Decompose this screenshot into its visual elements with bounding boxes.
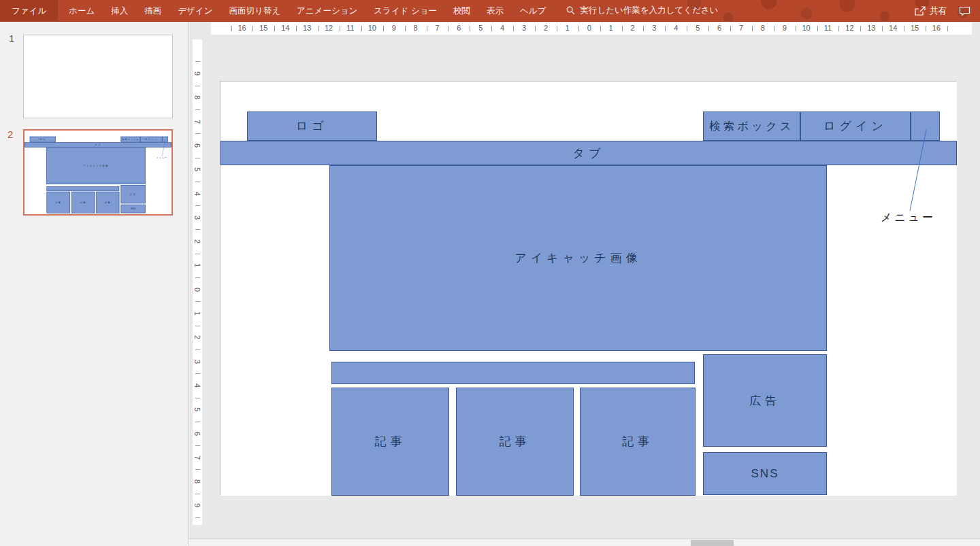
article-box[interactable]: 記事 bbox=[580, 388, 696, 496]
mini-sns-box: SNS bbox=[121, 205, 146, 214]
mini-login-box: ログイン bbox=[140, 137, 162, 143]
mini-menu-callout-label: メニュー bbox=[157, 156, 170, 159]
tabbar-box[interactable]: タブ bbox=[220, 141, 957, 165]
mini-tabbar-box: タブ bbox=[24, 142, 172, 147]
tab-view[interactable]: 表示 bbox=[478, 0, 512, 22]
article-label: 記事 bbox=[622, 434, 653, 449]
tab-insert[interactable]: 挿入 bbox=[103, 0, 136, 22]
searchbox-label: 検索ボックス bbox=[709, 119, 794, 134]
article-label: 記事 bbox=[500, 434, 531, 449]
article-box[interactable]: 記事 bbox=[331, 388, 449, 496]
mini-article-box: 記事 bbox=[71, 192, 95, 214]
share-icon bbox=[915, 6, 926, 16]
tab-review[interactable]: 校閲 bbox=[445, 0, 478, 22]
mini-article-label: 記事 bbox=[105, 201, 111, 204]
tab-help[interactable]: ヘルプ bbox=[512, 0, 554, 22]
horizontal-scrollbar[interactable] bbox=[189, 539, 980, 546]
logo-label: ロゴ bbox=[296, 118, 328, 134]
tab-draw[interactable]: 描画 bbox=[136, 0, 169, 22]
mini-login-label: ログイン bbox=[145, 138, 158, 141]
vertical-ruler[interactable]: 9876543210123456789 bbox=[193, 39, 202, 525]
ad-box[interactable]: 広告 bbox=[703, 354, 827, 447]
mini-logo-label: ロゴ bbox=[39, 138, 46, 141]
tab-design[interactable]: デザイン bbox=[169, 0, 220, 22]
slide-2-number: 2 bbox=[7, 129, 13, 140]
mini-eyecatch-box: アイキャッチ画像 bbox=[46, 148, 146, 184]
comments-button[interactable] bbox=[959, 6, 970, 16]
menu-icon-box[interactable] bbox=[911, 112, 940, 141]
mini-headline-bar bbox=[47, 186, 120, 191]
searchbox-box[interactable]: 検索ボックス bbox=[703, 112, 800, 141]
slide-1-number: 1 bbox=[9, 33, 14, 44]
mini-sns-label: SNS bbox=[131, 207, 136, 210]
slide-wireframe: ロゴ 検索ボックス ログイン タブ アイキャッチ画像 記事 記事 記事 広告 S… bbox=[220, 82, 957, 496]
title-bar: ファイル ホーム 挿入 描画 デザイン 画面切り替え アニメーション スライド … bbox=[0, 0, 980, 22]
tabbar-label: タブ bbox=[573, 146, 605, 161]
login-box[interactable]: ログイン bbox=[800, 112, 911, 141]
slide-thumbnail-panel: 1 2 ロゴ 検索ボックス ログイン タブ アイキャッチ画像 記事 記事 記事 … bbox=[0, 22, 189, 546]
mini-eyecatch-label: アイキャッチ画像 bbox=[83, 165, 108, 168]
tell-me-search[interactable]: 実行したい作業を入力してください bbox=[566, 5, 718, 16]
mini-ad-label: 広告 bbox=[130, 192, 136, 196]
article-label: 記事 bbox=[375, 434, 406, 449]
eyecatch-box[interactable]: アイキャッチ画像 bbox=[329, 165, 827, 351]
mini-menu-box bbox=[162, 137, 168, 143]
mini-article-box: 記事 bbox=[96, 192, 119, 214]
comment-icon bbox=[959, 6, 970, 16]
slide-2-thumbnail[interactable]: ロゴ 検索ボックス ログイン タブ アイキャッチ画像 記事 記事 記事 広告 S… bbox=[23, 129, 173, 216]
tab-slideshow[interactable]: スライド ショー bbox=[365, 0, 445, 22]
mini-ad-box: 広告 bbox=[121, 185, 146, 203]
mini-article-label: 記事 bbox=[55, 201, 61, 204]
mini-article-label: 記事 bbox=[80, 201, 86, 204]
ad-label: 広告 bbox=[749, 393, 781, 409]
editing-canvas: 1615141312111098765432101234567891011121… bbox=[189, 22, 980, 546]
slide-canvas[interactable]: ロゴ 検索ボックス ログイン タブ アイキャッチ画像 記事 記事 記事 広告 S… bbox=[220, 81, 956, 495]
eyecatch-label: アイキャッチ画像 bbox=[514, 250, 641, 266]
search-placeholder: 実行したい作業を入力してください bbox=[580, 5, 718, 16]
slide-1-thumbnail[interactable] bbox=[23, 35, 173, 118]
logo-box[interactable]: ロゴ bbox=[247, 112, 377, 141]
share-label: 共有 bbox=[930, 5, 947, 17]
mini-article-box: 記事 bbox=[47, 192, 71, 214]
login-label: ログイン bbox=[823, 118, 887, 134]
sns-label: SNS bbox=[751, 467, 779, 481]
sns-box[interactable]: SNS bbox=[703, 452, 827, 495]
mini-searchbox-label: 検索ボックス bbox=[122, 138, 139, 141]
share-button[interactable]: 共有 bbox=[915, 5, 947, 17]
article-box[interactable]: 記事 bbox=[456, 388, 574, 496]
horizontal-ruler[interactable]: 1615141312111098765432101234567891011121… bbox=[211, 22, 972, 35]
menu-callout-label[interactable]: メニュー bbox=[881, 211, 949, 225]
tab-home[interactable]: ホーム bbox=[61, 0, 103, 22]
mini-wireframe: ロゴ 検索ボックス ログイン タブ アイキャッチ画像 記事 記事 記事 広告 S… bbox=[24, 131, 172, 214]
tab-animations[interactable]: アニメーション bbox=[289, 0, 365, 22]
tab-transitions[interactable]: 画面切り替え bbox=[220, 0, 289, 22]
mini-tabbar-label: タブ bbox=[95, 143, 101, 147]
tab-file[interactable]: ファイル bbox=[0, 0, 58, 22]
headline-bar-box[interactable] bbox=[331, 362, 695, 384]
mini-logo-box: ロゴ bbox=[30, 137, 56, 143]
horizontal-scrollbar-thumb[interactable] bbox=[691, 540, 734, 546]
slide-2-preview: ロゴ 検索ボックス ログイン タブ アイキャッチ画像 記事 記事 記事 広告 S… bbox=[24, 131, 172, 214]
search-icon bbox=[566, 6, 575, 15]
mini-searchbox-box: 検索ボックス bbox=[121, 137, 141, 143]
